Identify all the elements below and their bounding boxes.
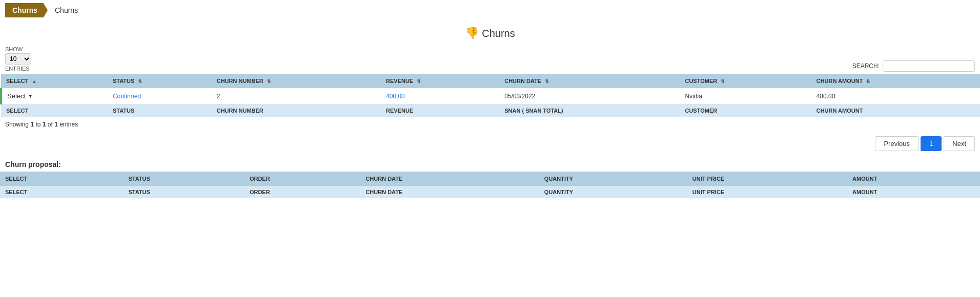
- showing-from: 1: [30, 121, 34, 128]
- previous-button[interactable]: Previous: [875, 136, 918, 151]
- show-label: SHOW: [5, 46, 31, 52]
- col-churn-date: CHURN DATE ⇅: [499, 74, 680, 88]
- page-title-area: 👎 Churns: [0, 20, 980, 44]
- showing-total: 1: [54, 121, 58, 128]
- breadcrumb-current: Churns: [48, 3, 85, 17]
- proposal-col-order: ORDER: [244, 172, 360, 186]
- select-label: Select: [7, 92, 26, 100]
- entries-label: ENTRIES: [5, 66, 31, 72]
- proposal-table: SELECT STATUS ORDER CHURN DATE QUANTITY …: [0, 172, 980, 198]
- proposal-footer-unit-price: UNIT PRICE: [687, 186, 847, 198]
- sort-icon-revenue: ⇅: [417, 79, 421, 84]
- sort-icon-churn-date: ⇅: [545, 79, 549, 84]
- sort-icon-churn-number: ⇅: [267, 79, 271, 84]
- search-input[interactable]: [883, 60, 975, 72]
- cell-churn-number: 2: [212, 88, 381, 104]
- col-churn-number: CHURN NUMBER ⇅: [212, 74, 381, 88]
- proposal-footer-amount: AMOUNT: [847, 186, 980, 198]
- sort-icon-select: ▲: [32, 79, 36, 84]
- cell-customer: Nvidia: [680, 88, 811, 104]
- footer-churn-amount: CHURN AMOUNT: [811, 104, 980, 117]
- cell-churn-amount: 400.00: [811, 88, 980, 104]
- table-footer-row: SELECT STATUS CHURN NUMBER REVENUE SNAN …: [1, 104, 980, 117]
- cell-churn-date: 05/03/2022: [499, 88, 680, 104]
- proposal-footer-row: SELECT STATUS ORDER CHURN DATE QUANTITY …: [0, 186, 980, 198]
- footer-status: STATUS: [108, 104, 212, 117]
- proposal-col-status: STATUS: [123, 172, 244, 186]
- footer-select: SELECT: [1, 104, 108, 117]
- col-status: STATUS ⇅: [108, 74, 212, 88]
- proposal-title-text: Churn proposal:: [5, 160, 61, 168]
- pagination-area: Previous 1 Next: [0, 132, 980, 155]
- col-churn-amount: CHURN AMOUNT ⇅: [811, 74, 980, 88]
- search-area: SEARCH:: [852, 60, 975, 72]
- table-row: Select ▼ Confirmed 2 400.00 05/03/2022 N…: [1, 88, 980, 104]
- proposal-footer-select: SELECT: [0, 186, 123, 198]
- footer-customer: CUSTOMER: [680, 104, 811, 117]
- entries-select[interactable]: 10 25 50 100: [5, 53, 31, 65]
- page-title: Churns: [482, 28, 515, 39]
- proposal-footer-churn-date: CHURN DATE: [360, 186, 539, 198]
- proposal-col-quantity: QUANTITY: [539, 172, 687, 186]
- footer-churn-number: CHURN NUMBER: [212, 104, 381, 117]
- proposal-footer-status: STATUS: [123, 186, 244, 198]
- page-1-button[interactable]: 1: [921, 136, 942, 151]
- proposal-footer-quantity: QUANTITY: [539, 186, 687, 198]
- proposal-col-unit-price: UNIT PRICE: [687, 172, 847, 186]
- controls-area: SHOW 10 25 50 100 ENTRIES SEARCH:: [0, 44, 980, 74]
- search-label: SEARCH:: [852, 62, 880, 70]
- proposal-footer-order: ORDER: [244, 186, 360, 198]
- proposal-col-select: SELECT: [0, 172, 123, 186]
- table-header-row: SELECT ▲ STATUS ⇅ CHURN NUMBER ⇅ REVENUE…: [1, 74, 980, 88]
- next-button[interactable]: Next: [944, 136, 975, 151]
- main-table: SELECT ▲ STATUS ⇅ CHURN NUMBER ⇅ REVENUE…: [0, 74, 980, 117]
- col-customer: CUSTOMER ⇅: [680, 74, 811, 88]
- col-revenue: REVENUE ⇅: [381, 74, 499, 88]
- dropdown-arrow-icon: ▼: [28, 93, 33, 99]
- cell-revenue[interactable]: 400.00: [381, 88, 499, 104]
- showing-to: 1: [43, 121, 46, 128]
- show-entries-control: SHOW 10 25 50 100 ENTRIES: [5, 46, 31, 72]
- select-dropdown[interactable]: Select ▼: [7, 92, 103, 100]
- proposal-col-amount: AMOUNT: [847, 172, 980, 186]
- col-select: SELECT ▲: [1, 74, 108, 88]
- sort-icon-customer: ⇅: [721, 79, 725, 84]
- thumbs-down-icon: 👎: [465, 27, 479, 40]
- sort-icon-churn-amount: ⇅: [866, 79, 870, 84]
- footer-revenue: REVENUE: [381, 104, 499, 117]
- sort-icon-status: ⇅: [138, 79, 142, 84]
- cell-select: Select ▼: [1, 88, 108, 104]
- footer-snan: SNAN ( SNAN TOTAL): [499, 104, 680, 117]
- proposal-col-churn-date: CHURN DATE: [360, 172, 539, 186]
- showing-text: Showing 1 to 1 of 1 entries: [0, 117, 980, 132]
- proposal-section-title: Churn proposal:: [0, 155, 980, 172]
- breadcrumb: Churns Churns: [0, 0, 980, 20]
- cell-status[interactable]: Confirmed: [108, 88, 212, 104]
- breadcrumb-active[interactable]: Churns: [5, 3, 48, 17]
- proposal-header-row: SELECT STATUS ORDER CHURN DATE QUANTITY …: [0, 172, 980, 186]
